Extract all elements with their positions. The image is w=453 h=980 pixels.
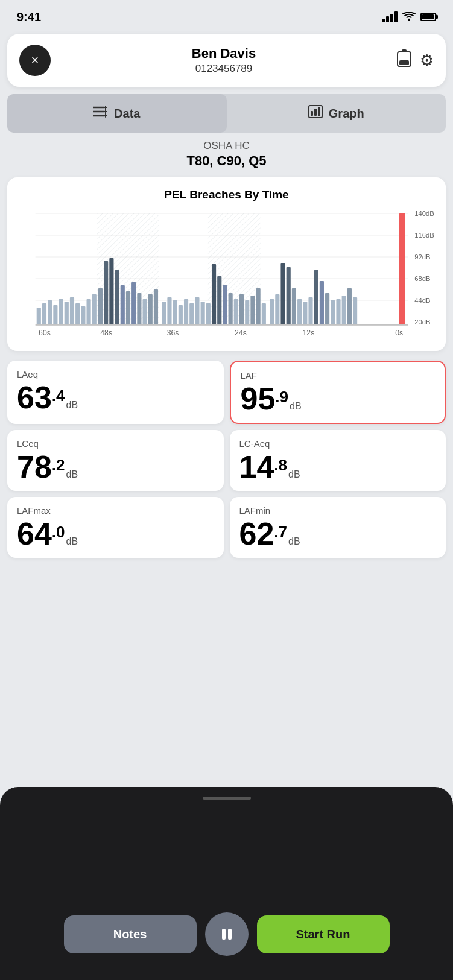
- notes-button[interactable]: Notes: [64, 915, 197, 953]
- svg-rect-68: [250, 296, 255, 324]
- metric-laf-decimal: .9: [275, 388, 288, 406]
- svg-rect-14: [318, 107, 320, 116]
- start-run-label: Start Run: [296, 928, 350, 941]
- metric-lceq-main: 78: [17, 451, 52, 482]
- svg-text:68dB: 68dB: [414, 275, 430, 282]
- metric-lcaeq-label: LC-Aeq: [239, 438, 437, 449]
- svg-rect-83: [336, 299, 340, 324]
- tab-data-label: Data: [114, 107, 140, 121]
- svg-text:20dB: 20dB: [414, 318, 430, 326]
- tab-graph[interactable]: Graph: [227, 94, 446, 133]
- home-indicator: [203, 797, 251, 800]
- tab-data[interactable]: Data: [7, 94, 227, 133]
- bottom-buttons: Notes Start Run: [12, 912, 441, 962]
- metric-laeq-decimal: .4: [52, 387, 65, 405]
- metric-laeq-unit: dB: [66, 400, 78, 411]
- svg-rect-72: [275, 294, 279, 324]
- svg-rect-65: [234, 299, 238, 324]
- chart-svg: 140dB 116dB 92dB 68dB 44dB 20dB: [17, 210, 436, 343]
- chart-area: 140dB 116dB 92dB 68dB 44dB 20dB: [17, 210, 436, 343]
- svg-rect-67: [245, 300, 249, 324]
- metric-lafmin-decimal: .7: [274, 523, 287, 542]
- svg-rect-37: [75, 303, 80, 324]
- notes-label: Notes: [113, 928, 147, 941]
- svg-rect-62: [217, 276, 221, 324]
- svg-rect-57: [189, 303, 194, 324]
- chart-card: PEL Breaches By Time 140dB 116dB 92dB 68…: [7, 177, 446, 351]
- metric-lafmin-unit: dB: [288, 536, 300, 547]
- pause-icon: [220, 928, 233, 941]
- metric-lafmax: LAFmax 64 .0 dB: [7, 497, 224, 558]
- svg-text:60s: 60s: [39, 329, 51, 337]
- svg-rect-33: [53, 305, 57, 324]
- svg-text:12s: 12s: [303, 329, 315, 337]
- metric-lafmin-label: LAFmin: [239, 505, 437, 516]
- svg-rect-41: [98, 288, 103, 324]
- close-button[interactable]: ×: [19, 45, 51, 76]
- metric-lafmax-unit: dB: [66, 536, 78, 547]
- battery-detail-icon[interactable]: [397, 49, 411, 72]
- svg-rect-61: [212, 264, 216, 324]
- svg-rect-50: [148, 294, 153, 324]
- svg-rect-36: [70, 297, 74, 324]
- metric-laf-label: LAF: [241, 370, 436, 381]
- svg-rect-70: [262, 303, 266, 324]
- start-run-button[interactable]: Start Run: [257, 915, 390, 953]
- svg-rect-53: [167, 297, 171, 324]
- svg-rect-73: [280, 263, 285, 324]
- svg-rect-44: [115, 270, 119, 324]
- svg-rect-81: [325, 293, 329, 324]
- svg-rect-52: [162, 302, 166, 324]
- header-card: × Ben Davis 0123456789 ⚙: [7, 34, 446, 87]
- osha-value: T80, C90, Q5: [7, 153, 446, 169]
- svg-rect-63: [223, 285, 227, 324]
- metric-laeq-main: 63: [17, 382, 52, 413]
- header-actions: ⚙: [397, 49, 434, 72]
- svg-rect-66: [239, 294, 244, 324]
- svg-rect-58: [195, 297, 199, 324]
- svg-rect-54: [173, 300, 177, 324]
- svg-rect-56: [184, 299, 188, 324]
- svg-text:44dB: 44dB: [414, 297, 430, 304]
- svg-rect-76: [297, 299, 302, 324]
- svg-rect-38: [81, 306, 85, 324]
- metric-lceq-label: LCeq: [17, 438, 214, 449]
- svg-rect-78: [308, 297, 312, 324]
- metric-lceq-unit: dB: [66, 469, 78, 480]
- svg-rect-31: [42, 303, 46, 324]
- svg-rect-71: [270, 299, 274, 324]
- bottom-area: Notes Start Run: [0, 787, 453, 980]
- wifi-icon: [402, 12, 416, 22]
- tab-graph-label: Graph: [329, 107, 364, 121]
- metric-lafmax-main: 64: [17, 518, 52, 549]
- graph-tab-icon: [308, 105, 323, 122]
- svg-text:24s: 24s: [235, 329, 247, 337]
- metric-lcaeq-decimal: .8: [274, 456, 287, 475]
- svg-rect-3: [399, 60, 409, 65]
- svg-rect-51: [154, 289, 158, 324]
- metric-grid: LAeq 63 .4 dB LAF 95 .9 dB LCeq 78 .2 dB: [7, 361, 446, 558]
- metric-laf: LAF 95 .9 dB: [230, 361, 446, 424]
- svg-text:0s: 0s: [395, 329, 403, 337]
- battery-icon: [420, 13, 436, 21]
- svg-rect-85: [347, 288, 352, 324]
- svg-text:48s: 48s: [100, 329, 112, 337]
- header-title: Ben Davis 0123456789: [51, 46, 397, 75]
- svg-rect-34: [59, 299, 63, 324]
- osha-section: OSHA HC T80, C90, Q5: [7, 140, 446, 169]
- metric-lafmax-label: LAFmax: [17, 505, 214, 516]
- svg-rect-12: [311, 111, 313, 116]
- svg-rect-64: [229, 293, 233, 324]
- close-icon: ×: [31, 54, 39, 67]
- svg-rect-96: [228, 929, 232, 940]
- osha-label: OSHA HC: [7, 140, 446, 152]
- main-content: OSHA HC T80, C90, Q5 PEL Breaches By Tim…: [0, 140, 453, 558]
- metric-laf-unit: dB: [290, 401, 302, 412]
- svg-text:36s: 36s: [167, 329, 179, 337]
- pause-button[interactable]: [205, 912, 249, 956]
- settings-icon[interactable]: ⚙: [420, 51, 434, 70]
- svg-rect-30: [37, 308, 41, 324]
- metric-lafmin-main: 62: [239, 518, 274, 549]
- metric-lafmin: LAFmin 62 .7 dB: [230, 497, 446, 558]
- svg-rect-13: [314, 109, 317, 116]
